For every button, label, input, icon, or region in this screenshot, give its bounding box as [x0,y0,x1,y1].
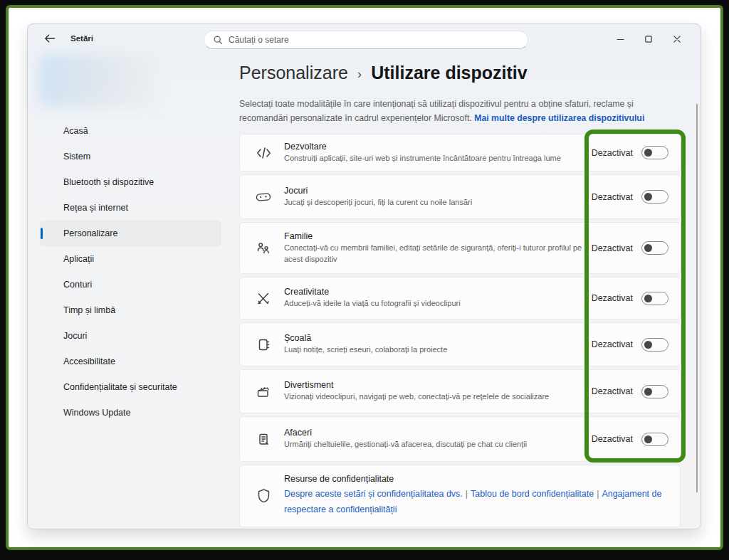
chevron-right-icon: › [357,65,362,82]
school-icon [254,338,273,352]
minimize-button[interactable] [611,31,629,47]
family-icon [254,241,273,255]
link-separator: | [594,489,602,499]
minimize-icon [617,36,624,43]
settings-window: Setări [27,23,701,529]
sidebar-item-conturi[interactable]: Conturi [40,272,221,297]
privacy-resources-card: Resurse de confidențialitate Despre aces… [239,465,681,527]
row-scoala: Școală Luați notițe, scrieți eseuri, col… [239,322,681,366]
app-title: Setări [70,34,93,43]
row-creativitate: Creativitate Aduceți-vă ideile la viață … [239,277,681,319]
sidebar-item-accesibilitate[interactable]: Accesibilitate [40,349,221,374]
privacy-link-settings[interactable]: Despre aceste setări și confidențialitat… [284,489,463,499]
toggle-state-label: Dezactivat [592,192,633,202]
page-title: Utilizare dispozitiv [371,63,527,83]
settings-list: Dezvoltare Construiți aplicații, site-ur… [239,134,681,527]
shield-icon [254,488,273,504]
toggle-state-label: Dezactivat [592,148,633,158]
toggle-state-label: Dezactivat [592,293,633,303]
toggle-familie[interactable] [641,241,668,255]
row-title: Școală [284,333,586,343]
sidebar-item-jocuri[interactable]: Jocuri [40,323,221,349]
row-description: Vizionați videoclipuri, navigați pe web,… [284,391,586,402]
privacy-title: Resurse de confidențialitate [284,474,663,484]
row-description: Aduceți-vă ideile la viață cu fotografii… [284,298,586,309]
privacy-link-dashboard[interactable]: Tablou de bord confidențialitate [471,489,594,499]
maximize-icon [645,36,652,43]
maximize-button[interactable] [639,31,658,47]
breadcrumb-parent[interactable]: Personalizare [239,63,348,83]
toggle-divertisment[interactable] [641,385,668,398]
row-description: Luați notițe, scrieți eseuri, colaborați… [284,344,586,355]
row-description: Urmăriți cheltuielile, gestionați-vă afa… [284,439,586,450]
sidebar-item-confidentialitate[interactable]: Confidențialitate și securitate [40,374,221,400]
learn-more-link[interactable]: Mai multe despre utilizarea dispozitivul… [474,113,644,123]
toggle-state-label: Dezactivat [592,386,633,396]
vertical-scrollbar[interactable] [696,104,698,492]
row-title: Jocuri [284,186,586,196]
close-icon [673,36,681,43]
back-button[interactable] [43,32,56,45]
sidebar-item-aplicatii[interactable]: Aplicații [40,246,221,272]
row-title: Familie [284,231,586,241]
row-title: Creativitate [284,287,586,297]
toggle-scoala[interactable] [641,338,668,352]
link-separator: | [463,489,471,499]
toggle-jocuri[interactable] [641,190,668,204]
row-familie: Familie Conectați-vă cu membrii familiei… [239,222,681,274]
sidebar-item-retea[interactable]: Rețea și internet [40,195,221,221]
search-input[interactable] [229,35,519,45]
close-button[interactable] [668,31,686,47]
controller-icon [254,191,273,203]
sidebar-item-sistem[interactable]: Sistem [40,144,221,169]
search-box[interactable] [204,31,528,49]
back-icon [44,33,56,43]
row-description: Conectați-vă cu membrii familiei, editaț… [284,243,586,265]
row-description: Jucați și descoperiți jocuri, fiți la cu… [284,197,586,208]
sidebar-item-bluetooth[interactable]: Bluetooth și dispozitive [40,169,221,195]
sidebar-item-acasa[interactable]: Acasă [40,118,221,144]
row-title: Dezvoltare [284,142,586,152]
row-title: Divertisment [284,380,586,390]
row-description: Construiți aplicații, site-uri web și in… [284,153,586,164]
row-afaceri: Afaceri Urmăriți cheltuielile, gestionaț… [239,416,681,462]
screenshot-frame: Setări [6,5,723,550]
row-jocuri: Jocuri Jucați și descoperiți jocuri, fiț… [239,174,681,219]
creativity-icon [254,292,273,305]
sidebar-item-personalizare[interactable]: Personalizare [40,221,221,246]
row-title: Afaceri [284,428,586,438]
sidebar-item-timp-limba[interactable]: Timp și limbă [40,297,221,323]
toggle-creativitate[interactable] [641,292,668,305]
sidebar-nav: Acasă Sistem Bluetooth și dispozitive Re… [40,118,221,426]
code-icon [254,147,273,159]
sidebar-item-windows-update[interactable]: Windows Update [40,400,221,426]
business-icon [254,433,273,446]
breadcrumb: Personalizare › Utilizare dispozitiv [239,63,528,83]
toggle-state-label: Dezactivat [592,339,633,349]
page-description: Selectați toate modalitățile în care int… [239,97,654,126]
row-divertisment: Divertisment Vizionați videoclipuri, nav… [239,369,681,413]
row-dezvoltare: Dezvoltare Construiți aplicații, site-ur… [239,134,681,171]
user-account-redacted [39,54,159,107]
toggle-dezvoltare[interactable] [641,146,668,159]
toggle-state-label: Dezactivat [592,243,633,253]
entertainment-icon [254,385,273,398]
search-icon [213,35,223,45]
privacy-links: Despre aceste setări și confidențialitat… [284,487,684,518]
toggle-afaceri[interactable] [641,433,668,446]
toggle-state-label: Dezactivat [592,434,633,444]
